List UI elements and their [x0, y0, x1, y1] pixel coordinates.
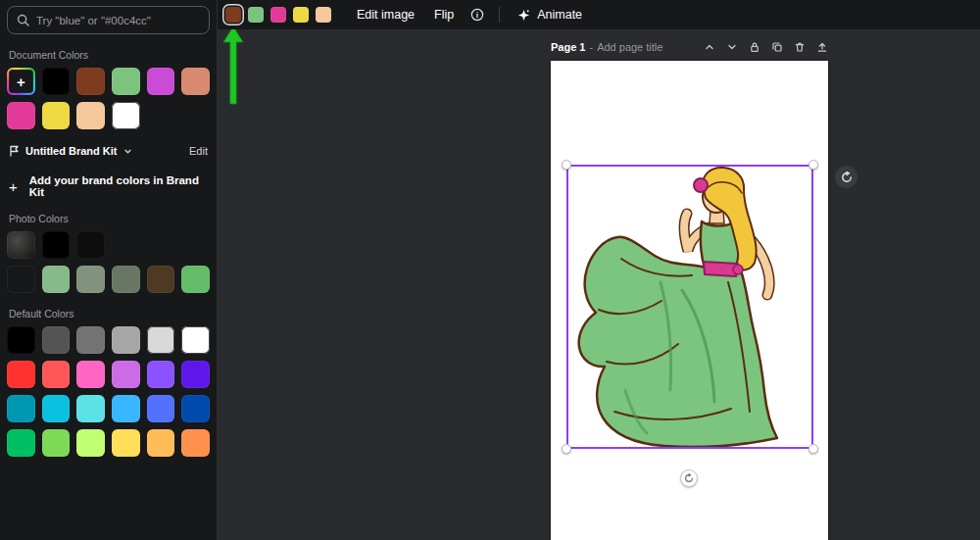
design-page[interactable] — [551, 61, 828, 540]
color-swatch-c1ff72[interactable] — [76, 429, 105, 457]
color-swatch-eed943[interactable] — [42, 102, 71, 129]
animate-label: Animate — [537, 8, 582, 22]
color-swatch-0cc0df[interactable] — [42, 395, 71, 422]
selection-handle-bottom-right[interactable] — [808, 444, 818, 454]
canvas-area[interactable]: Page 1 - Add page title — [218, 29, 980, 540]
duplicate-icon — [771, 41, 783, 53]
color-swatch-687663[interactable] — [112, 266, 140, 293]
color-swatch-5271ff[interactable] — [147, 395, 175, 422]
add-page-button[interactable] — [816, 41, 828, 53]
selection-handle-top-left[interactable] — [562, 160, 571, 170]
rotate-icon — [684, 473, 694, 483]
color-swatch-7ed957[interactable] — [42, 429, 71, 457]
color-swatch-ff66c4[interactable] — [76, 361, 105, 388]
color-swatch-d9d9d9[interactable] — [147, 326, 175, 354]
edit-image-label: Edit image — [357, 8, 415, 22]
color-swatch-c94bd6[interactable] — [147, 68, 175, 95]
page-header-icons — [704, 41, 828, 53]
default-colors-label: Default Colors — [9, 308, 208, 319]
chevron-down-icon — [726, 41, 738, 53]
page-title-input[interactable]: Add page title — [597, 41, 662, 53]
brand-kit-label: Untitled Brand Kit — [25, 145, 118, 157]
color-swatch-d8896f[interactable] — [181, 68, 210, 95]
duplicate-page-button[interactable] — [771, 41, 783, 53]
color-search-input[interactable] — [36, 15, 200, 26]
color-swatch-38b6ff[interactable] — [112, 395, 140, 422]
rotate-handle[interactable] — [680, 469, 698, 487]
color-swatch-004aad[interactable] — [181, 395, 210, 422]
selection-handle-bottom-left[interactable] — [562, 444, 571, 454]
brand-kit-edit-button[interactable]: Edit — [189, 145, 208, 157]
lock-page-button[interactable] — [749, 41, 760, 53]
element-toolbar: Edit image Flip — [218, 0, 980, 29]
color-swatch-ffbd59[interactable] — [147, 429, 175, 457]
color-swatch-00bf63[interactable] — [7, 429, 35, 457]
color-swatch-f6c79b[interactable] — [316, 7, 331, 23]
plus-icon: + — [9, 179, 18, 194]
color-swatch-5ce1e6[interactable] — [76, 395, 105, 422]
brand-kit-row[interactable]: Untitled Brand Kit Edit — [7, 145, 210, 157]
add-brand-colors-button[interactable]: + Add your brand colors in Brand Kit — [9, 174, 208, 198]
lock-icon — [749, 41, 760, 53]
color-swatch-cb6ce6[interactable] — [112, 361, 140, 388]
color-swatch-63bd68[interactable] — [181, 266, 210, 293]
photo-thumbnail-swatch[interactable] — [7, 266, 35, 293]
color-swatch-86ba8a[interactable] — [42, 266, 71, 293]
color-swatch-8c52ff[interactable] — [147, 361, 175, 388]
color-swatch-7cc47e[interactable] — [248, 7, 264, 23]
arrow-up-box-icon — [816, 41, 828, 53]
color-swatch-7d3b20[interactable] — [225, 7, 241, 23]
color-swatch-000000[interactable] — [42, 68, 71, 95]
color-swatch-ffffff[interactable] — [112, 102, 140, 129]
color-swatch-4c3a22[interactable] — [147, 266, 175, 293]
color-swatch-000000[interactable] — [7, 326, 35, 354]
color-swatch-737373[interactable] — [76, 326, 105, 354]
color-swatch-ff5757[interactable] — [42, 361, 71, 388]
color-swatch-ffde59[interactable] — [112, 429, 140, 457]
photo-colors-label: Photo Colors — [9, 213, 208, 224]
color-swatch-0d0d0d[interactable] — [76, 231, 105, 259]
page-title-separator: - — [589, 41, 593, 53]
page-header: Page 1 - Add page title — [551, 41, 828, 53]
edit-image-button[interactable]: Edit image — [347, 3, 424, 26]
color-swatch-e23a98[interactable] — [7, 102, 35, 129]
selection-handle-top-right[interactable] — [808, 160, 818, 170]
color-swatch-7cc47e[interactable] — [112, 68, 140, 95]
color-swatch-545454[interactable] — [42, 326, 71, 354]
move-page-down-button[interactable] — [726, 41, 738, 53]
canva-editor: Document Colors + Untitled Brand Kit Edi… — [0, 0, 980, 540]
color-swatch-5e17eb[interactable] — [181, 361, 210, 388]
color-search-box[interactable] — [7, 6, 210, 34]
color-swatch-000000[interactable] — [42, 231, 71, 259]
color-swatch-eed943[interactable] — [293, 7, 309, 23]
delete-page-button[interactable] — [794, 41, 806, 53]
color-swatch-ff914d[interactable] — [181, 429, 210, 457]
color-swatch-0097b2[interactable] — [7, 395, 35, 422]
dress-illustration[interactable] — [566, 165, 813, 449]
color-swatch-ff3131[interactable] — [7, 361, 35, 388]
editor-main: Edit image Flip — [218, 0, 980, 540]
trash-icon — [794, 41, 806, 53]
color-swatch-81927f[interactable] — [76, 266, 105, 293]
chevron-up-icon — [704, 41, 715, 53]
move-page-up-button[interactable] — [704, 41, 715, 53]
info-button[interactable] — [464, 3, 491, 26]
annotation-arrow — [221, 29, 245, 109]
photo-colors-grid-row2 — [7, 266, 210, 293]
rotate-arrow-icon — [841, 172, 853, 183]
rotate-element-button[interactable] — [835, 166, 858, 188]
animate-button[interactable]: Animate — [508, 3, 592, 26]
flip-button[interactable]: Flip — [424, 3, 464, 26]
add-color-button[interactable]: + — [7, 68, 35, 95]
color-swatch-ffffff[interactable] — [181, 326, 210, 354]
element-color-swatches — [225, 7, 331, 23]
search-icon — [17, 14, 29, 26]
photo-thumbnail-swatch[interactable] — [7, 231, 35, 259]
color-swatch-a6a6a6[interactable] — [112, 326, 140, 354]
sparkle-icon — [517, 9, 530, 22]
flip-label: Flip — [434, 8, 454, 22]
page-title: Page 1 — [551, 41, 585, 53]
color-swatch-f6c79b[interactable] — [76, 102, 105, 129]
color-swatch-e23a98[interactable] — [270, 7, 286, 23]
color-swatch-7d3b20[interactable] — [76, 68, 105, 95]
